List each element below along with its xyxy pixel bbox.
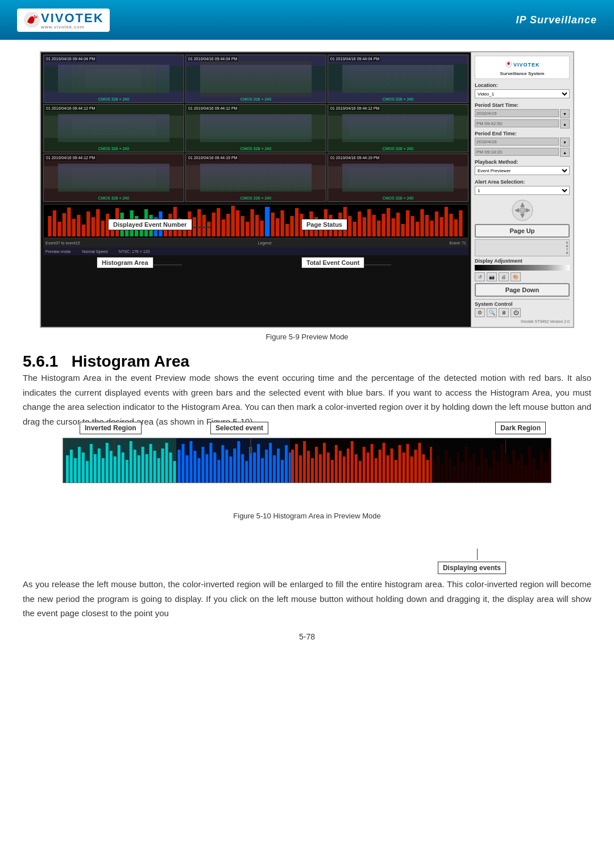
video-cell-5[interactable]: 01 2010/04/16 09:44:12 PM CMOS 328 × 240 <box>185 104 326 152</box>
svg-rect-172 <box>241 454 244 483</box>
page-down-label: Page Down <box>478 286 566 293</box>
period-end-date-input[interactable] <box>475 138 559 146</box>
svg-rect-73 <box>250 209 254 236</box>
nav-circle-icon[interactable] <box>511 199 534 222</box>
video-cell-8[interactable]: 01 2010/04/16 09:44:19 PM CMOS 328 × 240 <box>185 153 326 202</box>
histogram-area[interactable] <box>43 204 468 238</box>
period-end-time-input[interactable] <box>475 148 559 156</box>
period-start-time-btn[interactable]: ▲ <box>560 119 570 128</box>
svg-rect-192 <box>315 447 318 483</box>
svg-rect-223 <box>433 461 435 483</box>
svg-rect-24 <box>72 168 156 186</box>
scroll-track[interactable]: 5678 <box>475 239 570 256</box>
svg-rect-36 <box>72 219 76 236</box>
callout-displayed-event-number: Displayed Event Number <box>108 219 192 230</box>
scroll-indicator-area: 5678 <box>475 239 570 256</box>
svg-rect-224 <box>437 455 439 483</box>
svg-rect-166 <box>217 460 220 483</box>
svg-rect-134 <box>94 454 97 483</box>
svg-rect-103 <box>396 213 400 236</box>
period-end-date-btn[interactable]: ▼ <box>560 138 570 147</box>
histogram-figure-10 <box>63 438 551 483</box>
svg-rect-29 <box>328 166 468 188</box>
svg-rect-128 <box>70 450 73 483</box>
tool-icon-color[interactable]: 🎨 <box>511 272 521 281</box>
callout-line-dark <box>505 439 507 454</box>
svg-rect-182 <box>281 460 284 483</box>
svg-rect-131 <box>82 452 85 483</box>
resolution-label: NTSC: 176 × 120 <box>119 250 150 254</box>
period-start-date-btn[interactable]: ▼ <box>560 109 570 118</box>
svg-rect-212 <box>395 460 397 483</box>
svg-rect-100 <box>382 214 385 236</box>
period-start-time-input[interactable] <box>475 119 559 127</box>
tool-icon-camera[interactable]: 📷 <box>487 272 497 281</box>
svg-rect-167 <box>221 445 224 483</box>
callout-total-event-count: Total Event Count <box>301 257 364 268</box>
video-image-1 <box>44 55 184 102</box>
svg-rect-34 <box>63 213 66 236</box>
svg-rect-226 <box>445 450 447 483</box>
playback-label: Playback Method: <box>475 159 570 165</box>
svg-rect-62 <box>197 209 201 236</box>
video-cell-2[interactable]: 01 2010/04/16 09:44:04 PM CMOS 328 × 240 <box>185 55 326 103</box>
header-tagline: IP Surveillance <box>516 14 597 26</box>
video-cell-7[interactable]: 01 2010/04/16 09:44:12 PM CMOS 328 × 240 <box>43 153 184 202</box>
video-label-4: CMOS 328 × 240 <box>98 147 129 151</box>
svg-rect-147 <box>146 454 148 483</box>
page-up-button[interactable]: Page Up <box>475 224 570 238</box>
svg-rect-201 <box>351 441 354 483</box>
svg-rect-75 <box>260 221 263 236</box>
system-icon-monitor[interactable]: 🖥 <box>499 308 509 317</box>
playback-select[interactable]: Event Previewer <box>475 166 570 175</box>
hist-right-label: Event: 71 <box>449 241 466 245</box>
page-down-button[interactable]: Page Down <box>475 283 570 297</box>
svg-rect-211 <box>391 448 393 483</box>
video-cell-4[interactable]: 01 2010/04/16 09:44:12 PM CMOS 328 × 240 <box>43 104 184 152</box>
hist-left-label: Event37 to event15 <box>45 241 80 245</box>
svg-rect-180 <box>273 455 276 483</box>
period-end-time-btn[interactable]: ▲ <box>560 148 570 157</box>
video-timestamp-8: 01 2010/04/16 09:44:19 PM <box>187 155 238 160</box>
svg-rect-115 <box>454 219 458 236</box>
video-cell-6[interactable]: 01 2010/04/16 09:44:12 PM CMOS 328 × 240 <box>327 104 468 152</box>
system-icon-settings[interactable]: ⚙ <box>475 308 485 317</box>
video-timestamp-5: 01 2010/04/16 09:44:12 PM <box>187 106 238 111</box>
vivotek-bird-icon <box>23 11 41 29</box>
video-label-7: CMOS 328 × 240 <box>98 196 129 200</box>
screenshot-preview-mode: 01 2010/04/16 09:44:04 PM CMOS 328 × 240… <box>40 51 574 328</box>
svg-rect-11 <box>328 64 468 92</box>
svg-rect-152 <box>165 443 168 483</box>
body-paragraph-2: As you release the left mouse button, th… <box>23 577 591 621</box>
logo-text-block: VIVOTEK www.vivotek.com <box>41 11 104 30</box>
svg-rect-25 <box>186 154 326 201</box>
video-cell-3[interactable]: 01 2010/04/16 09:44:04 PM CMOS 328 × 240 <box>327 55 468 103</box>
callout-line-displaying <box>477 549 478 560</box>
tool-icons-row: ↺ 📷 🖨 🎨 <box>475 272 570 281</box>
tool-icon-reset[interactable]: ↺ <box>475 272 485 281</box>
system-icon-power[interactable]: ⏻ <box>511 308 521 317</box>
tool-icon-print[interactable]: 🖨 <box>499 272 509 281</box>
svg-rect-177 <box>261 458 264 483</box>
period-start-date-input[interactable] <box>475 109 559 117</box>
svg-rect-250 <box>540 452 543 483</box>
svg-rect-159 <box>189 441 192 483</box>
video-cell-9[interactable]: 01 2010/04/16 09:44:19 PM CMOS 328 × 240 <box>327 153 468 202</box>
system-icon-search[interactable]: 🔍 <box>487 308 497 317</box>
svg-rect-18 <box>200 117 312 136</box>
location-select[interactable]: Video_1 <box>475 89 570 98</box>
svg-rect-114 <box>449 214 453 236</box>
svg-rect-95 <box>358 211 361 236</box>
svg-rect-133 <box>90 444 93 483</box>
callout-page-status: Page Status <box>301 219 347 230</box>
svg-rect-251 <box>544 462 547 483</box>
svg-rect-15 <box>72 118 156 135</box>
callout-line-total-event <box>363 264 391 265</box>
alert-select[interactable]: 1 <box>475 186 570 195</box>
callout-selected-event: Selected event <box>210 422 268 434</box>
video-label-1: CMOS 328 × 240 <box>98 97 129 101</box>
video-image-9 <box>328 154 468 201</box>
svg-rect-41 <box>96 209 99 236</box>
scroll-position-label: 5678 <box>566 241 568 255</box>
video-cell-1[interactable]: 01 2010/04/16 09:44:04 PM CMOS 328 × 240 <box>43 55 184 103</box>
